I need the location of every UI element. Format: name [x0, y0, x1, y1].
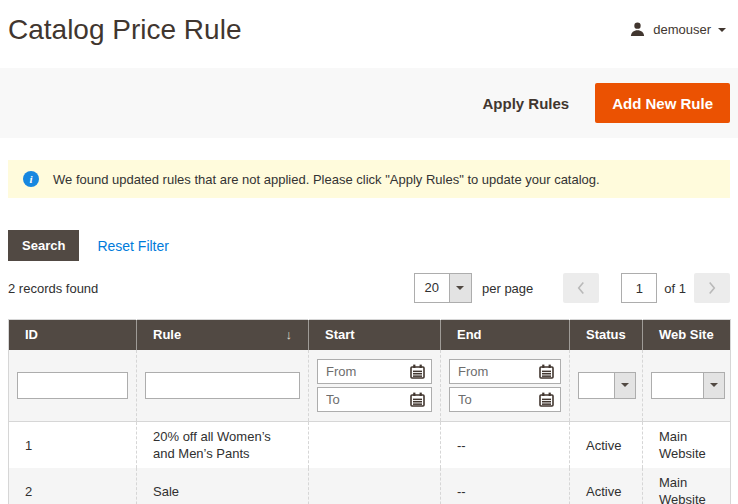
cell-id: 2 — [9, 468, 137, 504]
filter-end-to-field — [449, 387, 561, 412]
grid-filter-row — [9, 350, 731, 422]
chevron-down-icon — [718, 28, 726, 32]
chevron-down-icon — [710, 383, 718, 387]
chevron-down-icon — [456, 286, 464, 290]
per-page-value: 20 — [415, 274, 449, 302]
pager: 20 per page of 1 — [414, 273, 730, 303]
sort-descending-icon: ↓ — [286, 327, 293, 342]
filter-actions: Search Reset Filter — [8, 230, 730, 261]
apply-rules-button[interactable]: Apply Rules — [482, 95, 569, 112]
column-header-rule[interactable]: ↓ Rule — [137, 320, 309, 350]
filter-website-select[interactable] — [651, 372, 725, 399]
page: Catalog Price Rule demouser Apply Rules … — [0, 0, 738, 504]
filter-end-from-field — [449, 359, 561, 384]
cell-status: Active — [570, 468, 643, 504]
filter-end-from-input[interactable] — [458, 364, 538, 379]
filter-id-input[interactable] — [17, 372, 128, 399]
filter-start-from-field — [317, 359, 432, 384]
filter-rule-input[interactable] — [145, 372, 300, 399]
calendar-icon — [539, 364, 554, 379]
per-page-dropdown-button[interactable] — [449, 274, 471, 302]
chevron-right-icon — [707, 281, 717, 295]
chevron-left-icon — [576, 281, 586, 295]
calendar-button[interactable] — [538, 391, 555, 408]
add-new-rule-button[interactable]: Add New Rule — [595, 83, 730, 123]
page-header: Catalog Price Rule demouser — [0, 0, 738, 68]
cell-id: 1 — [9, 422, 137, 469]
user-menu[interactable]: demouser — [629, 21, 726, 38]
filter-start-to-input[interactable] — [326, 392, 409, 407]
page-title: Catalog Price Rule — [8, 15, 241, 46]
rules-grid: ID ↓ Rule Start End Status Web Site — [8, 319, 730, 504]
calendar-icon — [539, 392, 554, 407]
user-name: demouser — [653, 22, 711, 37]
calendar-button[interactable] — [409, 391, 426, 408]
column-header-end[interactable]: End — [441, 320, 570, 350]
filter-status-select[interactable] — [578, 372, 636, 399]
calendar-icon — [410, 392, 425, 407]
per-page-label: per page — [482, 281, 533, 296]
chevron-down-icon — [621, 383, 629, 387]
calendar-button[interactable] — [409, 363, 426, 380]
filter-start-to-field — [317, 387, 432, 412]
filter-end-to-input[interactable] — [458, 392, 538, 407]
previous-page-button[interactable] — [563, 273, 599, 303]
current-page-input[interactable] — [621, 273, 657, 303]
table-row[interactable]: 2 Sale -- Active Main Website — [9, 468, 731, 504]
calendar-icon — [410, 364, 425, 379]
cell-start — [309, 422, 441, 469]
table-row[interactable]: 1 20% off all Women’s and Men’s Pants --… — [9, 422, 731, 469]
cell-end: -- — [441, 422, 570, 469]
grid-toolbar: 2 records found 20 per page of 1 — [8, 273, 730, 303]
grid-header-row: ID ↓ Rule Start End Status Web Site — [9, 320, 731, 350]
cell-website: Main Website — [643, 422, 731, 469]
notice-text: We found updated rules that are not appl… — [53, 172, 600, 187]
cell-end: -- — [441, 468, 570, 504]
column-header-status[interactable]: Status — [570, 320, 643, 350]
cell-website: Main Website — [643, 468, 731, 504]
column-header-id[interactable]: ID — [9, 320, 137, 350]
notice-banner: i We found updated rules that are not ap… — [8, 160, 730, 198]
filter-start-from-input[interactable] — [326, 364, 409, 379]
cell-start — [309, 468, 441, 504]
cell-rule: Sale — [137, 468, 309, 504]
action-toolbar: Apply Rules Add New Rule — [0, 68, 738, 138]
info-icon: i — [23, 171, 39, 187]
search-button[interactable]: Search — [8, 230, 79, 261]
reset-filter-link[interactable]: Reset Filter — [97, 238, 169, 254]
per-page-select[interactable]: 20 — [414, 273, 472, 303]
column-header-website[interactable]: Web Site — [643, 320, 731, 350]
calendar-button[interactable] — [538, 363, 555, 380]
cell-rule: 20% off all Women’s and Men’s Pants — [137, 422, 309, 469]
column-header-start[interactable]: Start — [309, 320, 441, 350]
cell-status: Active — [570, 422, 643, 469]
records-count: 2 records found — [8, 281, 98, 296]
next-page-button[interactable] — [694, 273, 730, 303]
page-count-label: of 1 — [664, 281, 686, 296]
user-icon — [629, 21, 646, 38]
